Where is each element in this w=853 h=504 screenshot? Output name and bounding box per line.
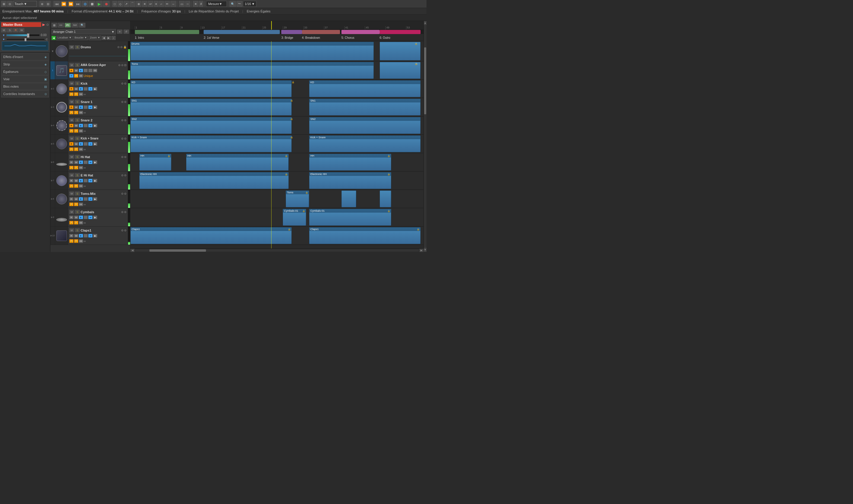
claps-or1[interactable]: 🔒 — [69, 239, 73, 243]
sn2-m-btn[interactable]: M — [69, 118, 74, 122]
claps-b-btn[interactable]: ⇔ — [88, 234, 92, 237]
sn2-or2[interactable]: 🔒 — [74, 129, 78, 133]
tm-a-btn[interactable] — [84, 197, 88, 201]
bloc-notes-btn[interactable]: Bloc-notes ▤ — [1, 83, 49, 90]
track-number-drums[interactable]: ▼ — [50, 41, 55, 61]
voie-btn[interactable]: Voie ▣ — [1, 75, 49, 83]
clip-sn1-2[interactable]: SN1 — [309, 98, 421, 115]
clip-ehh-1[interactable]: Electronic HH 🔒 — [139, 172, 289, 189]
claps-out-btn[interactable]: ⊙ — [124, 229, 126, 232]
ehh-b-btn[interactable]: ⇔ — [88, 179, 92, 182]
ama-blue-btn1[interactable]: ✏ — [69, 74, 73, 77]
hh-b-btn[interactable]: ⇔ — [88, 161, 92, 164]
clip-kd-2[interactable]: KD — [309, 80, 421, 97]
track-number-ama[interactable]: 1 — [50, 61, 55, 79]
ks-w-btn[interactable]: W — [74, 142, 78, 146]
ehh-or2[interactable]: 🔒 — [74, 184, 78, 188]
sn2-e-btn[interactable]: E — [79, 124, 83, 127]
hh-a-btn[interactable] — [84, 161, 88, 164]
tm-s-btn[interactable]: S — [75, 192, 80, 195]
track-number-tomsmix[interactable]: ▶ 8 — [50, 190, 55, 208]
kick-a-btn[interactable] — [84, 87, 88, 91]
hscroll-track[interactable] — [135, 249, 419, 252]
hh-r-btn[interactable]: R — [69, 161, 73, 164]
clip-tm-2[interactable] — [342, 191, 356, 207]
tm-m-btn[interactable]: M — [69, 192, 74, 195]
tool7-btn[interactable]: ↩ — [148, 1, 153, 7]
sn2-s-btn[interactable]: S — [75, 118, 80, 122]
sn1-out-btn[interactable]: ⊙ — [124, 101, 126, 103]
clip-toms-1[interactable]: Toms — [130, 62, 374, 79]
sn2-a-btn[interactable] — [84, 124, 88, 127]
kick-c-btn[interactable]: ▶ — [93, 87, 97, 91]
ks-or2[interactable]: 🔒 — [74, 147, 78, 151]
cym-c-btn[interactable]: ▶ — [93, 216, 97, 219]
ks-c-btn[interactable]: ▶ — [93, 142, 97, 146]
ama-s-btn[interactable]: S — [75, 63, 80, 67]
track-number-claps[interactable]: ▶ 10 — [50, 227, 55, 245]
hash-btn[interactable]: # — [199, 1, 204, 7]
go-end-btn[interactable]: ⏭ — [75, 1, 81, 7]
clip-hh-2[interactable]: HH 🔒 — [186, 154, 289, 170]
cym-w-btn[interactable]: W — [74, 216, 78, 219]
rect-btn[interactable]: ▭ — [179, 1, 185, 7]
clip-drums-1[interactable]: Drums — [130, 42, 374, 60]
ks-b-btn[interactable]: ⇔ — [88, 142, 92, 146]
claps-e-btn[interactable]: E — [79, 234, 83, 237]
clip-cym-2[interactable]: Cymbals-01 🔒 — [309, 209, 391, 226]
effets-insert-btn[interactable]: Effets d'Insert ◈ — [1, 53, 49, 60]
ks-a-btn[interactable] — [84, 142, 88, 146]
sn1-c-btn[interactable]: ▶ — [93, 105, 97, 109]
drums-s-btn[interactable]: S — [75, 45, 80, 49]
hh-s-btn[interactable]: S — [75, 155, 80, 159]
sn2-in-btn[interactable]: ⊙ — [121, 119, 124, 122]
ks-e-btn[interactable]: E — [79, 142, 83, 146]
touch-dropdown[interactable]: Touch ▼ — [13, 1, 37, 7]
ama-r-btn[interactable]: R — [69, 69, 73, 72]
ehh-in-btn[interactable]: ⊙ — [121, 174, 124, 177]
tool8-btn[interactable]: ≡ — [154, 1, 159, 7]
ama-in-btn[interactable]: ⊙ — [118, 64, 121, 67]
clip-tm-3[interactable] — [380, 191, 391, 207]
clip-ks-2[interactable]: Kick + Snare — [309, 135, 421, 152]
go-start-btn[interactable]: ⏮ — [53, 1, 60, 7]
ama-btn3[interactable]: ≡≡ — [93, 69, 97, 72]
fader-thumb[interactable] — [27, 34, 29, 38]
track-number-cymbals[interactable]: ▶ 9 — [50, 208, 55, 226]
tab-audio[interactable]: ▦ — [52, 23, 57, 28]
clip-ehh-2[interactable]: Electronic HH 🔒 — [309, 172, 391, 189]
ehh-out-btn[interactable]: ⊙ — [124, 174, 126, 177]
ks-r-btn[interactable]: R — [69, 142, 73, 146]
tm-in-btn[interactable]: ⊙ — [121, 192, 124, 195]
ama-extra-btn[interactable]: ⊡ — [124, 64, 126, 67]
clip-sn2-2[interactable]: SN2 — [309, 117, 421, 134]
sn1-s-btn[interactable]: S — [75, 100, 80, 104]
clip-claps-1[interactable]: Claps1 🔒 — [130, 227, 292, 244]
ama-w-btn[interactable]: W — [74, 69, 78, 72]
tm-e-btn[interactable]: E — [79, 197, 83, 201]
ama-m-btn[interactable]: M — [69, 63, 74, 67]
track-number-kicksnare[interactable]: ▶ 5 — [50, 135, 55, 153]
cym-in-btn[interactable]: ⊙ — [121, 211, 124, 214]
ks-in-btn[interactable]: ⊙ — [121, 137, 124, 140]
track-number-ehihat[interactable]: ▶ 7 — [50, 172, 55, 190]
kick-out-btn[interactable]: ⊙ — [124, 82, 126, 85]
sn2-w-btn[interactable]: W — [74, 124, 78, 127]
tab-arranger[interactable]: IRI — [65, 23, 71, 28]
sn2-b-btn[interactable]: ⇔ — [88, 124, 92, 127]
ehh-s-btn[interactable]: S — [75, 173, 80, 177]
boucler-btn[interactable]: Boucler ▼ — [73, 36, 88, 40]
hh-or1[interactable]: 🔒 — [69, 166, 73, 169]
loop-transport-btn[interactable]: ⊚ — [82, 1, 88, 7]
ama-btn1[interactable] — [84, 69, 88, 72]
sn1-gr1[interactable]: ≡≡ — [79, 111, 83, 114]
master-buss-label[interactable]: Master Buss — [1, 22, 41, 27]
strip-btn[interactable]: Strip ◈ — [1, 61, 49, 68]
tm-or1[interactable]: 🔒 — [69, 202, 73, 206]
ama-orange-btn1[interactable]: 🔒 — [74, 74, 78, 77]
hh-e-btn[interactable]: E — [79, 161, 83, 164]
track-number-kick[interactable]: ▶ 2 — [50, 80, 55, 98]
hh-m-btn[interactable]: M — [69, 155, 74, 159]
tab-chord[interactable]: IWI — [71, 23, 79, 28]
drum-btn[interactable]: ⊟ — [45, 1, 51, 7]
